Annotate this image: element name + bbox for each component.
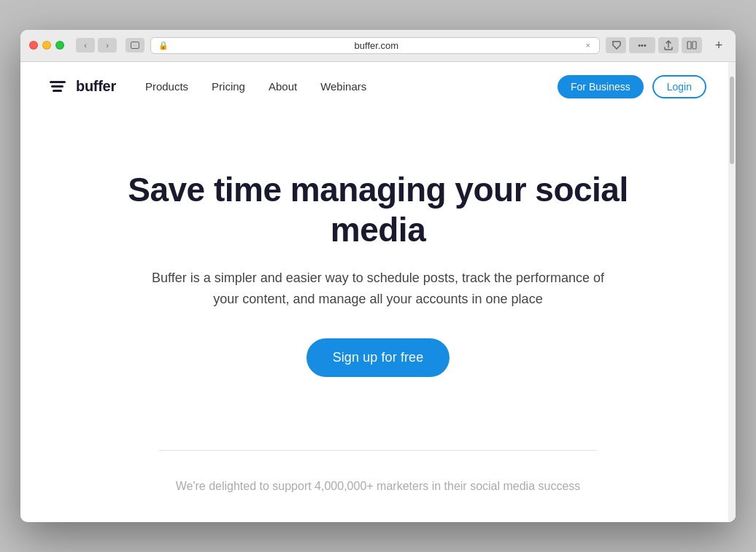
scrollbar-thumb[interactable] (730, 77, 734, 164)
minimize-window-button[interactable] (42, 41, 51, 50)
divider-section: We're delighted to support 4,000,000+ ma… (20, 421, 736, 522)
back-button[interactable]: ‹ (76, 38, 95, 53)
logo-area[interactable]: buffer (50, 78, 116, 95)
browser-window: ‹ › 🔒 buffer.com × (20, 30, 736, 523)
buffer-logo-icon (50, 81, 66, 93)
logo-bar-2 (51, 85, 63, 88)
browser-toolbar-right: ••• (606, 37, 702, 53)
svg-rect-1 (687, 42, 691, 49)
nav-link-about[interactable]: About (269, 80, 297, 93)
close-window-button[interactable] (29, 41, 38, 50)
hero-subtitle: Buffer is a simpler and easier way to sc… (152, 268, 604, 310)
reading-mode-button[interactable] (682, 37, 702, 53)
svg-rect-0 (131, 42, 139, 49)
url-text: buffer.com (173, 40, 580, 51)
site-navigation: buffer Products Pricing About Webinars F… (20, 62, 736, 112)
svg-rect-2 (693, 42, 696, 49)
support-text: We're delighted to support 4,000,000+ ma… (176, 480, 581, 522)
browser-chrome: ‹ › 🔒 buffer.com × (20, 30, 736, 62)
hero-section: Save time managing your social media Buf… (20, 112, 736, 421)
pocket-button[interactable] (606, 37, 626, 53)
lock-icon: 🔒 (158, 41, 169, 50)
clear-url-button[interactable]: × (585, 41, 592, 50)
logo-bar-3 (53, 90, 62, 93)
nav-link-webinars[interactable]: Webinars (320, 80, 366, 93)
browser-titlebar: ‹ › 🔒 buffer.com × (29, 37, 727, 54)
divider-line (159, 450, 597, 451)
maximize-window-button[interactable] (55, 41, 64, 50)
login-button[interactable]: Login (652, 75, 706, 98)
website-content: buffer Products Pricing About Webinars F… (20, 62, 736, 523)
window-mode-button[interactable] (126, 38, 144, 53)
traffic-lights (29, 41, 64, 50)
hero-title: Save time managing your social media (104, 170, 652, 250)
nav-links: Products Pricing About Webinars (145, 80, 558, 93)
more-button[interactable]: ••• (629, 37, 655, 53)
share-button[interactable] (658, 37, 679, 53)
browser-body: buffer Products Pricing About Webinars F… (20, 62, 736, 523)
logo-text: buffer (76, 78, 116, 95)
signup-button[interactable]: Sign up for free (306, 338, 450, 377)
address-bar[interactable]: 🔒 buffer.com × (150, 37, 600, 54)
nav-buttons: ‹ › (76, 38, 117, 53)
nav-link-pricing[interactable]: Pricing (212, 80, 245, 93)
new-tab-button[interactable]: + (711, 37, 727, 53)
logo-bar-1 (50, 81, 66, 84)
for-business-button[interactable]: For Business (558, 75, 644, 98)
nav-actions: For Business Login (558, 75, 706, 98)
forward-button[interactable]: › (98, 38, 117, 53)
scrollbar-track[interactable] (728, 62, 736, 523)
nav-link-products[interactable]: Products (145, 80, 188, 93)
